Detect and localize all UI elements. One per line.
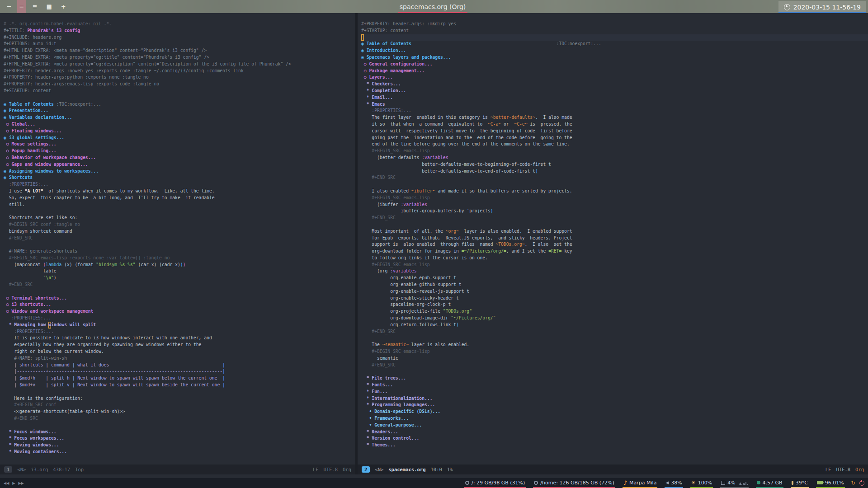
buffer-line: #+PROPERTY: header-args: :mkdirp yes (361, 21, 868, 28)
buffer-line: org-projectile-file "TODOs.org" (361, 308, 868, 315)
buffer-line: ○ Package management... (361, 68, 868, 75)
text-segment: | shortcuts | command | what it does | (4, 362, 225, 369)
status-root[interactable]: /: 29 GB/98 GB (31%) (464, 478, 526, 488)
scroll-percent: 1% (447, 467, 453, 472)
text-segment: #+END_SRC (4, 282, 33, 288)
buffer-line: #+STARTUP: content (361, 28, 868, 34)
layout-tabbed-icon[interactable]: ═ (17, 0, 26, 13)
buffer-line: still. (4, 202, 355, 208)
titlebar: ─═≡▦+ spacemacs.org (Org) 2020-03-15 11-… (0, 0, 868, 13)
media-prev-icon[interactable]: ◀◀ (4, 481, 9, 485)
status-music[interactable]: ♪Marpa Mila (623, 478, 658, 488)
text-segment: ) (54, 275, 57, 282)
text-segment: #+BEGIN_SRC emacs-lisp :exports none :va… (4, 255, 170, 262)
volume-icon: ◀ (665, 480, 669, 485)
buffer-line: #+BEGIN_SRC emacs-lisp (361, 195, 868, 202)
text-segment: The (361, 342, 382, 348)
new-window-icon[interactable]: + (58, 0, 69, 13)
buffer-line: * File trees... (361, 375, 868, 382)
power-icon[interactable] (859, 481, 864, 486)
emacs-window-spacemacs-org[interactable]: #+PROPERTY: header-args: :mkdirp yes#+ST… (358, 13, 868, 465)
text-segment: *A LOT* (25, 188, 43, 195)
buffer-line: better-defaults-move-to-beginning-of-cod… (361, 161, 868, 168)
layout-stacked-icon[interactable]: ≡ (30, 0, 40, 13)
major-mode: Org (343, 467, 351, 472)
text-segment: key (561, 248, 572, 255)
text-segment: #+END_SRC (4, 415, 38, 422)
buffer-line: (better-defaults :variables (361, 155, 868, 161)
text-segment (4, 275, 43, 282)
buffer-line: #+END_SRC (361, 328, 868, 335)
text-segment: spaceline-org-clock-p t (361, 301, 451, 308)
cpu-icon (721, 481, 725, 485)
text-segment: org-download folder for images in (361, 248, 462, 255)
buffer-line: #+PROPERTY: header-args :noweb yes :expo… (4, 68, 355, 75)
text-segment: indows will split (51, 322, 96, 328)
status-brightness[interactable]: ☀100% (690, 478, 713, 488)
text-segment: #+OPTIONS: auto-id:t (4, 41, 57, 47)
buffer-line: org-enable-sticky-header t (361, 295, 868, 302)
buffer-line: * Completion... (361, 88, 868, 94)
text-segment: org-enable-github-support t (361, 282, 462, 288)
status-music-label: Marpa Mila (629, 480, 656, 486)
status-volume[interactable]: ◀38% (665, 478, 683, 488)
buffer-line: Here is the configuration: (4, 395, 355, 402)
text-segment: :TOC:noexport:... (411, 41, 601, 47)
status-home[interactable]: /home: 126 GB/185 GB (72%) (533, 478, 615, 488)
buffer-line: right or below the current window. (4, 348, 355, 355)
status-cpu[interactable]: 4% (720, 478, 748, 488)
text-segment: #+HTML_HEAD_EXTRA: <meta name="descripti… (4, 47, 207, 54)
text-segment: cursor will respectively first move to t… (361, 128, 572, 135)
text-segment: semantic (361, 355, 398, 362)
text-segment: especially how they are organized by spa… (4, 342, 201, 348)
buffer-line: * Managing how windows will split (4, 322, 355, 328)
text-segment: #+END_SRC (361, 174, 396, 181)
layout-splith-icon[interactable]: ─ (5, 0, 14, 13)
emacs-window-i3-org[interactable]: # -*- org-confirm-babel-evaluate: nil -*… (0, 13, 355, 465)
layout-grid-icon[interactable]: ▦ (44, 0, 55, 13)
status-memory[interactable]: 4.57 GB (756, 478, 783, 488)
buffer-line: #+NAME: split-win-sh (4, 355, 355, 362)
status-temp-label: 39°C (796, 480, 808, 486)
text-segment: ◉ Table of Contents (4, 101, 54, 108)
text-segment: Phundrak's i3 config (28, 28, 80, 34)
text-segment: • General-purpose... (361, 422, 422, 429)
text-segment: "~/Pictures/org/" (451, 315, 495, 322)
text-segment: "TODOs.org" (443, 308, 472, 315)
text-segment: to follow org links if the cursor is on … (361, 255, 488, 262)
scroll-percent: Top (75, 467, 84, 472)
text-segment: org-enable-sticky-header t (361, 295, 459, 302)
buffer-line: org-download-image-dir "~/Pictures/org/" (361, 315, 868, 322)
media-play-icon[interactable]: ▶ (12, 481, 15, 485)
buffer-line: • Domain-specific (DSLs)... (361, 408, 868, 415)
buffer-line: going past the indentation and to the en… (361, 135, 868, 141)
modeline-active: 2 <N> spacemacs.org 10:0 1% LF UTF-8 Org (358, 465, 868, 474)
text-segment: table (4, 268, 57, 275)
text-segment: <<generate-shortcuts(table=split-win-sh)… (4, 408, 125, 415)
encoding-indicator: UTF-8 (836, 467, 850, 472)
text-segment: ~C-a~ (488, 121, 501, 128)
buffer-line: cursor will respectively first move to t… (361, 128, 868, 135)
buffer-i3-org[interactable]: # -*- org-confirm-babel-evaluate: nil -*… (0, 13, 355, 455)
text-segment: * Email... (361, 94, 393, 101)
status-battery[interactable]: 96.01% (816, 478, 845, 488)
text-segment: #+END_SRC (361, 328, 396, 335)
text-segment: is pressed, the (527, 121, 572, 128)
media-next-icon[interactable]: ▶▶ (18, 481, 24, 485)
status-root-label: /: 29 GB/98 GB (31%) (472, 480, 525, 486)
text-segment: #+BEGIN_SRC emacs-lisp (361, 262, 430, 268)
buffer-line: #+END_SRC (361, 174, 868, 181)
status-temp[interactable]: 39°C (791, 478, 809, 488)
text-segment: (car x) (cadr x) (136, 262, 180, 268)
buffer-spacemacs-org[interactable]: #+PROPERTY: header-args: :mkdirp yes#+ST… (358, 13, 868, 449)
text-segment: * Checkers... (361, 81, 401, 88)
buffer-line: #+END_SRC (4, 235, 355, 242)
text-segment: #+PROPERTY: header-args:emacs-lisp :expo… (4, 81, 159, 88)
buffer-line: ○ Layers... (361, 74, 868, 81)
reboot-icon[interactable]: ↻ (851, 480, 855, 486)
text-segment: • Domain-specific (DSLs)... (361, 408, 440, 415)
buffer-line: ○ Global... (4, 121, 355, 128)
text-segment: | $mod+v | split v | Next window to spaw… (4, 382, 225, 389)
clock-widget[interactable]: 2020-03-15 11-56-19 (778, 1, 866, 13)
text-segment: Here is the configuration: (4, 395, 83, 402)
